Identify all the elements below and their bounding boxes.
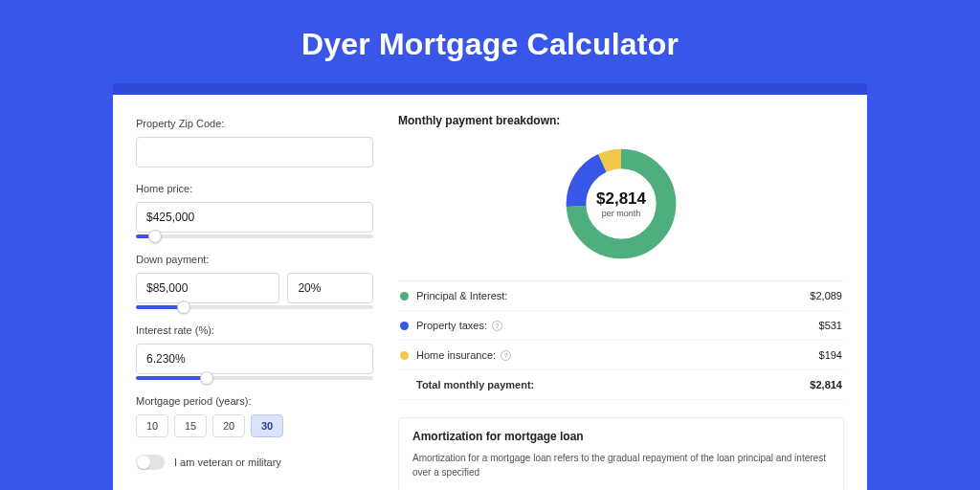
down-payment-label: Down payment: — [136, 254, 373, 265]
interest-label: Interest rate (%): — [136, 324, 373, 336]
zip-field: Property Zip Code: — [136, 118, 373, 167]
donut-amount: $2,814 — [596, 189, 646, 209]
amortization-card: Amortization for mortgage loan Amortizat… — [398, 417, 844, 490]
breakdown-column: Monthly payment breakdown: $2,814 per mo… — [389, 95, 867, 490]
legend-value: $2,089 — [810, 290, 842, 301]
donut-center: $2,814 per month — [562, 145, 680, 263]
legend-row-ins: Home insurance:?$194 — [398, 341, 844, 370]
period-option-30[interactable]: 30 — [251, 414, 283, 437]
period-option-15[interactable]: 15 — [174, 414, 207, 437]
home-price-slider[interactable] — [136, 234, 373, 238]
legend-dot-icon — [400, 351, 409, 360]
legend-row-total: Total monthly payment:$2,814 — [398, 370, 844, 400]
down-payment-slider[interactable] — [136, 305, 373, 309]
legend-label: Home insurance:? — [416, 349, 819, 361]
breakdown-title: Monthly payment breakdown: — [398, 114, 844, 127]
interest-slider[interactable] — [136, 376, 373, 380]
period-options: 10152030 — [136, 414, 373, 437]
card-shell: Property Zip Code: Home price: Down paym… — [113, 83, 867, 490]
donut-sub: per month — [602, 209, 641, 218]
down-payment-input[interactable] — [136, 273, 279, 303]
zip-input[interactable] — [136, 137, 373, 167]
info-icon[interactable]: ? — [501, 350, 511, 361]
legend-label: Principal & Interest: — [416, 290, 810, 301]
period-option-20[interactable]: 20 — [212, 414, 245, 437]
interest-field: Interest rate (%): — [136, 324, 373, 380]
home-price-input[interactable] — [136, 202, 373, 233]
veteran-toggle[interactable] — [136, 455, 165, 470]
interest-slider-thumb[interactable] — [200, 371, 213, 385]
interest-slider-fill — [136, 376, 207, 380]
legend-dot-icon — [400, 322, 409, 330]
interest-input[interactable] — [136, 344, 373, 374]
veteran-row: I am veteran or military — [136, 455, 373, 470]
total-label: Total monthly payment: — [416, 379, 810, 390]
veteran-label: I am veteran or military — [174, 457, 281, 468]
zip-label: Property Zip Code: — [136, 118, 373, 129]
legend-row-pi: Principal & Interest:$2,089 — [398, 281, 844, 311]
period-option-10[interactable]: 10 — [136, 414, 168, 437]
legend-value: $531 — [819, 320, 842, 331]
info-icon[interactable]: ? — [492, 321, 502, 331]
legend-label: Property taxes:? — [416, 320, 819, 331]
legend-row-tax: Property taxes:?$531 — [398, 311, 844, 341]
amortization-title: Amortization for mortgage loan — [412, 430, 830, 443]
total-value: $2,814 — [810, 379, 842, 390]
down-payment-field: Down payment: — [136, 254, 373, 309]
donut-area: $2,814 per month — [398, 135, 844, 280]
down-payment-slider-thumb[interactable] — [177, 301, 190, 314]
home-price-slider-thumb[interactable] — [148, 230, 162, 243]
period-field: Mortgage period (years): 10152030 — [136, 395, 373, 437]
legend-dot-icon — [400, 292, 409, 301]
inputs-column: Property Zip Code: Home price: Down paym… — [113, 95, 389, 490]
calculator-panel: Property Zip Code: Home price: Down paym… — [113, 95, 867, 490]
page-title: Dyer Mortgage Calculator — [0, 0, 980, 83]
home-price-label: Home price: — [136, 183, 373, 194]
down-payment-percent-input[interactable] — [287, 273, 373, 303]
period-label: Mortgage period (years): — [136, 395, 373, 407]
amortization-text: Amortization for a mortgage loan refers … — [412, 451, 830, 479]
toggle-knob-icon — [137, 456, 150, 469]
legend-value: $194 — [819, 349, 842, 361]
donut-chart: $2,814 per month — [562, 145, 680, 263]
home-price-field: Home price: — [136, 183, 373, 238]
legend: Principal & Interest:$2,089Property taxe… — [398, 280, 844, 400]
